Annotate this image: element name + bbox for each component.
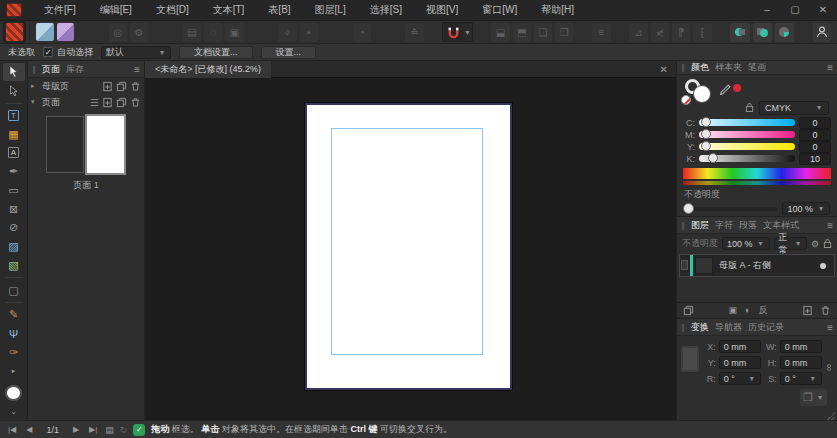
document-tab-close-icon[interactable]: ✕ <box>652 64 676 75</box>
layer-opacity-dropdown[interactable]: 100 % ▾ <box>722 237 770 250</box>
persona-publisher-button[interactable] <box>6 23 23 41</box>
rotation-field[interactable]: 0 ° ▾ <box>719 372 761 385</box>
tab-history[interactable]: 历史记录 <box>748 321 784 334</box>
apply-master-icon[interactable]: ☰ <box>90 97 99 108</box>
delete-layer-icon[interactable] <box>820 305 831 316</box>
cyan-slider[interactable] <box>699 119 795 126</box>
artistic-text-tool[interactable]: A <box>3 144 25 162</box>
pen-tool[interactable]: ✒ <box>3 163 25 181</box>
frame-text-tool[interactable]: T <box>3 106 25 124</box>
preflight-toolbar-button[interactable]: ◔ <box>353 23 371 42</box>
settings-button[interactable]: 设置... <box>261 46 317 59</box>
insert-inside-button[interactable] <box>753 23 772 42</box>
tab-character[interactable]: 字符 <box>715 219 733 232</box>
menu-window[interactable]: 窗口[W] <box>470 0 529 20</box>
blend-mode-dropdown[interactable]: 正常 ▾ <box>774 237 807 250</box>
account-button[interactable] <box>813 23 831 42</box>
pasteboard[interactable] <box>145 78 676 420</box>
expand-icon[interactable]: ▸ <box>31 82 39 90</box>
minimize-button[interactable]: – <box>753 0 781 20</box>
panel-menu-icon[interactable]: ≡ <box>827 220 833 231</box>
persona-designer-button[interactable] <box>36 23 53 41</box>
table-tool[interactable]: ▦ <box>3 125 25 143</box>
lock-layer-icon[interactable] <box>823 238 832 249</box>
panel-grip[interactable]: ∥ <box>681 63 685 72</box>
text-flow-button[interactable]: ≛ <box>405 23 423 42</box>
tab-swatches[interactable]: 样本夹 <box>715 61 742 74</box>
menu-edit[interactable]: 编辑[E] <box>88 0 144 20</box>
menu-file[interactable]: 文件[F] <box>32 0 88 20</box>
add-page-icon[interactable] <box>102 97 113 108</box>
back-one-button[interactable]: ⬒ <box>513 23 531 42</box>
delete-master-icon[interactable] <box>130 81 141 92</box>
alignment-button[interactable]: ≡ <box>592 23 610 42</box>
fill-stroke-selector[interactable] <box>5 385 22 401</box>
distribute-h-button[interactable]: ⁋ <box>672 23 690 42</box>
transform-mode-button[interactable]: ❐ ▾ <box>800 389 827 406</box>
panel-grip[interactable]: ∥ <box>32 65 36 74</box>
ellipse-view-button[interactable]: ◌ <box>204 23 222 42</box>
tools-chevron-icon[interactable]: ⌄ <box>3 402 25 420</box>
delete-page-icon[interactable] <box>130 97 141 108</box>
previous-page-button[interactable]: ◀ <box>24 425 34 434</box>
opacity-dropdown[interactable]: 100 % ▾ <box>782 202 830 215</box>
first-page-button[interactable]: |◀ <box>6 425 18 434</box>
panel-menu-icon[interactable]: ≡ <box>134 64 140 75</box>
move-to-front-button[interactable]: ❐ <box>555 23 573 42</box>
magenta-slider[interactable] <box>699 131 795 138</box>
next-page-button[interactable]: ▶ <box>71 425 81 434</box>
preset-dropdown[interactable]: 默认 ▾ <box>101 46 171 59</box>
document-setup-button[interactable]: 文档设置... <box>179 46 253 59</box>
picked-color-swatch[interactable] <box>733 84 741 92</box>
tab-stroke[interactable]: 笔画 <box>748 61 766 74</box>
asset-tool[interactable]: ▧ <box>3 257 25 275</box>
forward-one-button[interactable]: ❏ <box>534 23 552 42</box>
frame-view-button[interactable]: ▣ <box>225 23 243 42</box>
insert-behind-button[interactable] <box>730 23 749 42</box>
vector-crop-tool[interactable]: ▢ <box>3 281 25 299</box>
panel-grip[interactable]: ∥ <box>681 221 685 230</box>
yellow-value[interactable]: 0 <box>799 141 831 153</box>
vector-brush-tool[interactable]: ✑ <box>3 344 25 362</box>
panel-menu-icon[interactable]: ≡ <box>827 62 833 73</box>
persona-photo-button[interactable] <box>57 23 74 41</box>
move-tool[interactable] <box>3 63 25 81</box>
blend-options-gear-icon[interactable]: ⚙ <box>811 239 819 249</box>
menu-view[interactable]: 视图[V] <box>414 0 470 20</box>
transparency-tool[interactable]: Ψ <box>3 325 25 343</box>
more-tools-flyout[interactable]: ▸ <box>3 362 25 380</box>
maximize-button[interactable]: ▢ <box>781 0 809 20</box>
close-button[interactable]: ✕ <box>809 0 837 20</box>
document-tab[interactable]: <未命名> [已修改] (45.2%) <box>145 61 271 78</box>
anchor-button[interactable]: ▪ <box>300 23 318 42</box>
menu-layer[interactable]: 图层[L] <box>303 0 358 20</box>
rotate-cw-button[interactable]: ⚙ <box>130 23 148 42</box>
shear-field[interactable]: 0 ° ▾ <box>780 372 822 385</box>
resize-grip[interactable] <box>827 412 835 420</box>
eyedropper-icon[interactable] <box>719 83 732 96</box>
menu-text[interactable]: 文本[T] <box>201 0 257 20</box>
magenta-value[interactable]: 0 <box>799 129 831 141</box>
rectangle-tool[interactable]: ▭ <box>3 182 25 200</box>
fill-swatch[interactable] <box>693 85 711 103</box>
layer-row-master-a[interactable]: 母版 A - 右侧 <box>679 254 835 277</box>
preflight-status-icon[interactable]: ✓ <box>133 424 145 436</box>
align-center-button[interactable]: ⋞ <box>651 23 669 42</box>
tab-transform[interactable]: 变换 <box>691 321 709 334</box>
rotate-ccw-button[interactable]: ◎ <box>109 23 127 42</box>
auto-select-checkbox[interactable]: ✓ 自动选择 <box>43 46 93 59</box>
color-mode-dropdown[interactable]: CMYK ▾ <box>759 101 829 115</box>
new-master-icon[interactable] <box>102 81 113 92</box>
document-page[interactable] <box>305 103 512 390</box>
add-layer-icon[interactable] <box>802 305 813 316</box>
panel-grip[interactable]: ∥ <box>681 323 685 332</box>
yellow-slider[interactable] <box>699 143 795 150</box>
duplicate-master-icon[interactable] <box>116 81 127 92</box>
menu-table[interactable]: 表[B] <box>256 0 302 20</box>
menu-help[interactable]: 帮助[H] <box>529 0 586 20</box>
color-picker-tool[interactable]: ✎ <box>3 306 25 324</box>
link-dimensions-icon[interactable]: ∞ <box>812 364 837 371</box>
sync-icon[interactable]: ↻ <box>120 425 128 435</box>
pin-button[interactable]: ⬨ <box>278 23 296 42</box>
cyan-value[interactable]: 0 <box>799 117 831 129</box>
